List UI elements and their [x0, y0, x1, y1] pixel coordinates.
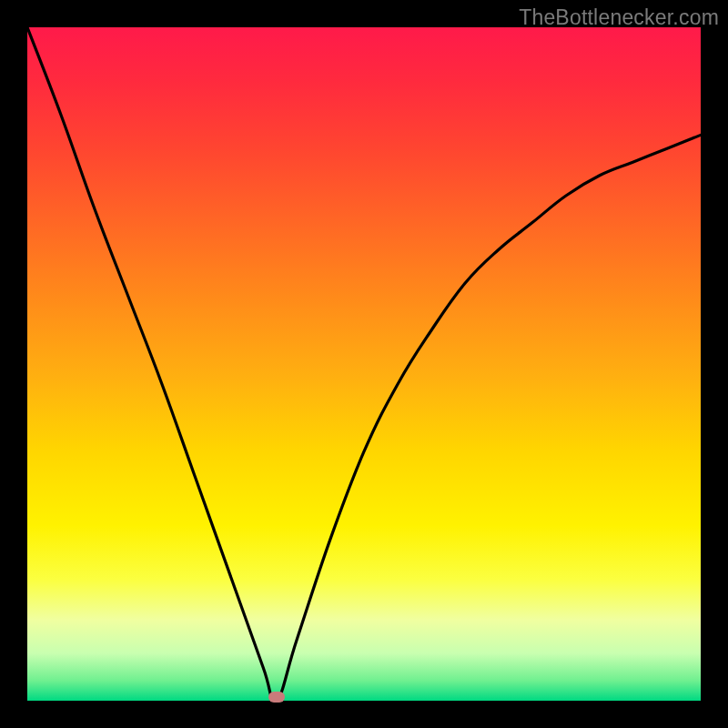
optimal-point-marker	[268, 692, 285, 703]
bottleneck-curve	[27, 27, 701, 701]
watermark-text: TheBottlenecker.com	[519, 5, 719, 30]
